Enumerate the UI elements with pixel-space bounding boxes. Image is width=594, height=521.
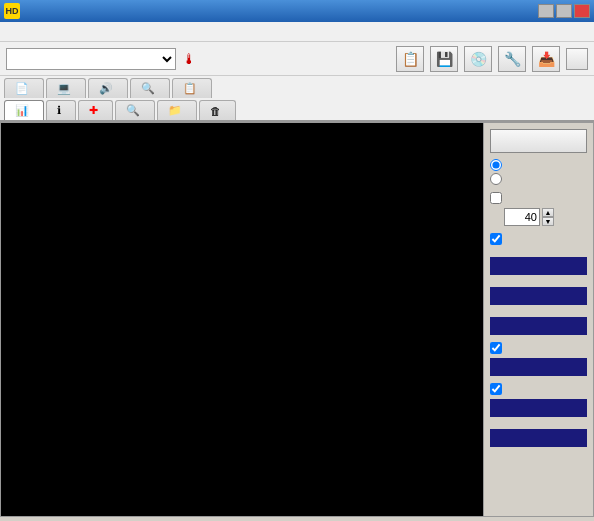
tab-disk-monitor[interactable]: 💻 [46,78,86,98]
aam-icon: 🔊 [99,82,113,95]
tab-row-2: 📊 ℹ ✚ 🔍 📁 🗑 [0,98,594,120]
start-button[interactable] [490,129,587,153]
tab-benchmark[interactable]: 📊 [4,100,44,120]
close-button[interactable] [574,4,590,18]
temperature-display: 🌡 [182,51,199,67]
minimum-value [490,257,587,275]
toolbar-btn-4[interactable]: 🔧 [498,46,526,72]
tab-row-1: 📄 💻 🔊 🔍 📋 [0,76,594,98]
cpu-value [490,429,587,447]
exit-button[interactable] [566,48,588,70]
extra-tests-icon: 📋 [183,82,197,95]
tab-folder-usage[interactable]: 📁 [157,100,197,120]
write-radio[interactable] [490,173,502,185]
access-time-checkbox[interactable] [490,342,502,354]
spin-buttons: ▲ ▼ [542,208,554,226]
spin-up-button[interactable]: ▲ [542,208,554,217]
info-icon: ℹ [57,104,61,117]
menu-help[interactable] [20,30,36,34]
transfer-rate-row[interactable] [490,233,587,245]
title-bar-buttons [538,4,590,18]
spin-input[interactable] [504,208,540,226]
spin-down-button[interactable]: ▼ [542,217,554,226]
access-time-value [490,358,587,376]
disk-monitor-icon: 💻 [57,82,71,95]
toolbar: 🌡 📋 💾 💿 🔧 📥 [0,42,594,76]
title-bar: HD [0,0,594,22]
main-area: ▲ ▼ [0,122,594,517]
short-stroke-row[interactable] [490,192,587,204]
app-icon: HD [4,3,20,19]
folder-usage-icon: 📁 [168,104,182,117]
toolbar-btn-5[interactable]: 📥 [532,46,560,72]
thermometer-icon: 🌡 [182,51,196,67]
file-benchmark-icon: 📄 [15,82,29,95]
burst-rate-checkbox[interactable] [490,383,502,395]
burst-rate-value [490,399,587,417]
toolbar-btn-1[interactable]: 📋 [396,46,424,72]
tab-info[interactable]: ℹ [46,100,76,120]
menu-bar [0,22,594,42]
minimize-button[interactable] [538,4,554,18]
random-access-icon: 🔍 [141,82,155,95]
short-stroke-checkbox[interactable] [490,192,502,204]
benchmark-chart [1,123,301,273]
tab-error-scan[interactable]: 🔍 [115,100,155,120]
tab-file-benchmark[interactable]: 📄 [4,78,44,98]
average-value [490,317,587,335]
spin-row: ▲ ▼ [504,208,587,226]
radio-group [490,159,587,185]
toolbar-btn-3[interactable]: 💿 [464,46,492,72]
burst-rate-row[interactable] [490,383,587,395]
tab-health[interactable]: ✚ [78,100,113,120]
tabs-container: 📄 💻 🔊 🔍 📋 📊 ℹ ✚ [0,76,594,122]
access-time-row[interactable] [490,342,587,354]
menu-file[interactable] [4,30,20,34]
radio-read[interactable] [490,159,587,171]
drive-select[interactable] [6,48,176,70]
read-radio[interactable] [490,159,502,171]
radio-write[interactable] [490,173,587,185]
tab-extra-tests[interactable]: 📋 [172,78,212,98]
health-icon: ✚ [89,104,98,117]
right-panel: ▲ ▼ [483,123,593,516]
tab-erase[interactable]: 🗑 [199,100,236,120]
maximize-button[interactable] [556,4,572,18]
chart-area [1,123,483,516]
maximum-value [490,287,587,305]
benchmark-icon: 📊 [15,104,29,117]
error-scan-icon: 🔍 [126,104,140,117]
toolbar-btn-2[interactable]: 💾 [430,46,458,72]
transfer-rate-checkbox[interactable] [490,233,502,245]
erase-icon: 🗑 [210,105,221,117]
tab-aam[interactable]: 🔊 [88,78,128,98]
tab-random-access[interactable]: 🔍 [130,78,170,98]
